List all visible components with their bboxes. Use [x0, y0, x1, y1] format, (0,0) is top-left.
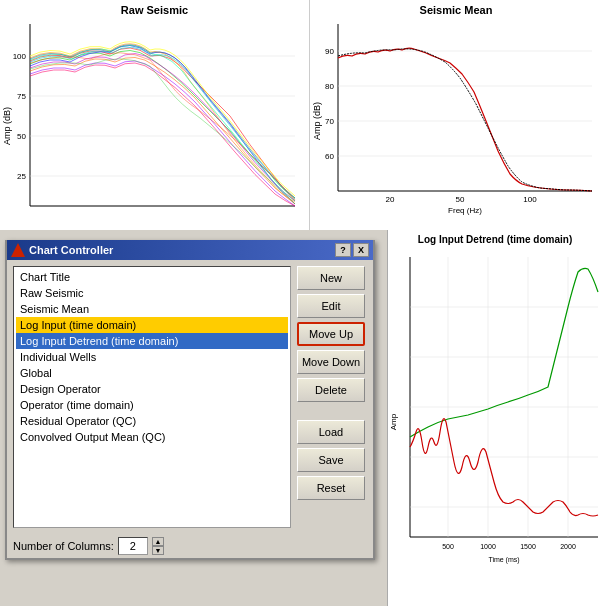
- chart-list[interactable]: Chart Title Raw Seismic Seismic Mean Log…: [13, 266, 291, 528]
- svg-text:500: 500: [442, 543, 454, 550]
- list-item-convolved-output[interactable]: Convolved Output Mean (QC): [16, 429, 288, 445]
- svg-text:20: 20: [386, 195, 395, 204]
- dialog-content: Chart Title Raw Seismic Seismic Mean Log…: [7, 260, 373, 534]
- raw-seismic-title: Raw Seismic: [0, 0, 309, 16]
- svg-text:60: 60: [325, 152, 334, 161]
- list-item-operator[interactable]: Operator (time domain): [16, 397, 288, 413]
- svg-text:90: 90: [325, 47, 334, 56]
- svg-text:2000: 2000: [560, 543, 576, 550]
- svg-text:Amp (dB): Amp (dB): [312, 102, 322, 140]
- list-item-log-input-detrend[interactable]: Log Input Detrend (time domain): [16, 333, 288, 349]
- list-item-seismic-mean[interactable]: Seismic Mean: [16, 301, 288, 317]
- dialog-buttons: New Edit Move Up Move Down Delete Load S…: [297, 266, 367, 528]
- svg-text:50: 50: [456, 195, 465, 204]
- svg-text:70: 70: [325, 117, 334, 126]
- log-detrend-svg: Amp 500 1000 1500 2000 Time (ms): [388, 247, 602, 587]
- dialog-footer: Number of Columns: ▲ ▼: [7, 534, 373, 558]
- seismic-mean-chart: Seismic Mean Amp (dB) 90 80 70 60 20 50 …: [310, 0, 602, 230]
- svg-text:100: 100: [523, 195, 537, 204]
- help-button[interactable]: ?: [335, 243, 351, 257]
- spinner-buttons: ▲ ▼: [152, 537, 164, 555]
- log-detrend-title: Log Input Detrend (time domain): [388, 230, 602, 247]
- seismic-mean-title: Seismic Mean: [310, 0, 602, 16]
- list-item-chart-title[interactable]: Chart Title: [16, 269, 288, 285]
- chart-controller-dialog: Chart Controller ? X Chart Title Raw Sei…: [5, 240, 375, 560]
- delete-button[interactable]: Delete: [297, 378, 365, 402]
- list-item-design-operator[interactable]: Design Operator: [16, 381, 288, 397]
- svg-text:100: 100: [13, 52, 27, 61]
- close-button[interactable]: X: [353, 243, 369, 257]
- dialog-titlebar: Chart Controller ? X: [7, 240, 373, 260]
- svg-text:80: 80: [325, 82, 334, 91]
- list-item-global[interactable]: Global: [16, 365, 288, 381]
- reset-button[interactable]: Reset: [297, 476, 365, 500]
- seismic-mean-svg: Amp (dB) 90 80 70 60 20 50 100 Freq (Hz): [310, 16, 598, 226]
- edit-button[interactable]: Edit: [297, 294, 365, 318]
- svg-text:Amp (dB): Amp (dB): [2, 107, 12, 145]
- log-detrend-chart: Log Input Detrend (time domain) Amp 500 …: [387, 230, 602, 606]
- raw-seismic-chart: Raw Seismic Amp (dB) 100 75 50 25: [0, 0, 310, 230]
- new-button[interactable]: New: [297, 266, 365, 290]
- svg-text:75: 75: [17, 92, 26, 101]
- list-item-individual-wells[interactable]: Individual Wells: [16, 349, 288, 365]
- columns-label: Number of Columns:: [13, 540, 114, 552]
- svg-text:Time (ms): Time (ms): [488, 556, 519, 564]
- list-item-raw-seismic[interactable]: Raw Seismic: [16, 285, 288, 301]
- move-down-button[interactable]: Move Down: [297, 350, 365, 374]
- move-up-button[interactable]: Move Up: [297, 322, 365, 346]
- spinner-up[interactable]: ▲: [152, 537, 164, 546]
- svg-text:25: 25: [17, 172, 26, 181]
- dialog-title: Chart Controller: [29, 244, 113, 256]
- save-button[interactable]: Save: [297, 448, 365, 472]
- load-button[interactable]: Load: [297, 420, 365, 444]
- raw-seismic-svg: Amp (dB) 100 75 50 25: [0, 16, 305, 226]
- svg-text:1500: 1500: [520, 543, 536, 550]
- spinner-down[interactable]: ▼: [152, 546, 164, 555]
- svg-text:1000: 1000: [480, 543, 496, 550]
- list-item-residual-operator[interactable]: Residual Operator (QC): [16, 413, 288, 429]
- top-charts-container: Raw Seismic Amp (dB) 100 75 50 25: [0, 0, 602, 230]
- svg-text:50: 50: [17, 132, 26, 141]
- list-item-log-input[interactable]: Log Input (time domain): [16, 317, 288, 333]
- svg-text:Freq (Hz): Freq (Hz): [448, 206, 482, 215]
- dialog-icon: [11, 243, 25, 257]
- columns-input[interactable]: [118, 537, 148, 555]
- svg-text:Amp: Amp: [389, 413, 398, 430]
- bottom-section: Chart Controller ? X Chart Title Raw Sei…: [0, 230, 602, 606]
- dialog-title-buttons: ? X: [335, 243, 369, 257]
